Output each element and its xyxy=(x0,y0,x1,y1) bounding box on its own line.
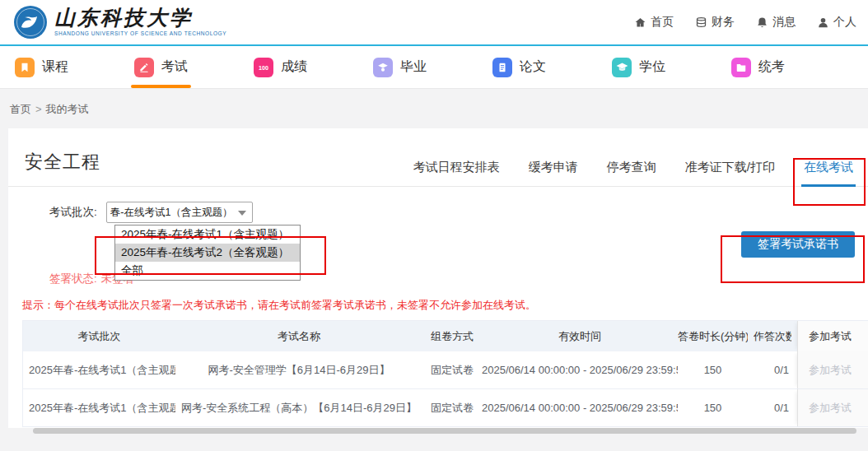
exam-table: 考试批次 考试名称 组卷方式 有效时间 答卷时长(分钟) 作答次数 参加考试 2… xyxy=(22,320,868,427)
panel-header: 安全工程 考试日程安排表 缓考申请 停考查询 准考证下载/打印 在线考试 xyxy=(8,128,868,187)
university-name-cn: 山东科技大学 xyxy=(54,7,226,29)
university-name-en: SHANDONG UNIVERSITY OF SCIENCE AND TECHN… xyxy=(54,31,226,37)
nav-home[interactable]: 首页 xyxy=(634,15,674,30)
nav-finance[interactable]: 财务 xyxy=(695,15,735,30)
cell-exam-name: 网考-安全管理学【6月14日-6月29日】 xyxy=(175,363,422,378)
join-exam-link[interactable]: 参加考试 xyxy=(809,401,852,416)
score-100-icon: 100 xyxy=(254,58,273,77)
breadcrumb-separator: > xyxy=(35,103,42,115)
unified-exam-folder-icon xyxy=(731,58,751,77)
degree-cap-icon xyxy=(612,58,632,77)
exam-panel: 安全工程 考试日程安排表 缓考申请 停考查询 准考证下载/打印 在线考试 考试批… xyxy=(8,128,868,428)
col-header-name: 考试名称 xyxy=(175,329,422,344)
table-row: 2025年春-在线考试1（含主观题） 网考-安全管理学【6月14日-6月29日】… xyxy=(23,351,868,389)
main-nav: 课程 考试 100 成绩 毕业 xyxy=(0,46,868,89)
batch-option-1[interactable]: 2025年春-在线考试1（含主观题） xyxy=(115,226,300,244)
nav-profile-label: 个人 xyxy=(833,15,856,30)
app-window: 山东科技大学 SHANDONG UNIVERSITY OF SCIENCE AN… xyxy=(0,0,868,451)
join-exam-link[interactable]: 参加考试 xyxy=(809,363,852,378)
batch-select-value: 春-在线考试1（含主观题） xyxy=(107,202,252,222)
tab-thesis[interactable]: 论文 xyxy=(492,46,612,88)
top-right-nav: 首页 财务 消息 个人 xyxy=(634,15,856,30)
cell-valid-time: 2025/06/14 00:00:00 - 2025/06/29 23:59:5… xyxy=(482,402,678,414)
subtab-admission-ticket[interactable]: 准考证下载/打印 xyxy=(685,160,775,186)
col-header-action: 参加考试 xyxy=(797,321,868,351)
tab-exams-label: 考试 xyxy=(161,58,188,76)
page-title: 安全工程 xyxy=(25,150,100,174)
tab-thesis-label: 论文 xyxy=(520,58,546,76)
batch-filter-row: 考试批次: 春-在线考试1（含主观题） xyxy=(49,202,868,223)
user-icon xyxy=(817,16,829,29)
col-header-method: 组卷方式 xyxy=(422,329,482,344)
sign-status-label: 签署状态: xyxy=(49,272,97,285)
subtab-online-exam[interactable]: 在线考试 xyxy=(804,160,853,186)
tab-degree[interactable]: 学位 xyxy=(612,46,731,88)
university-logo: 山东科技大学 SHANDONG UNIVERSITY OF SCIENCE AN… xyxy=(13,5,226,40)
breadcrumb-current: 我的考试 xyxy=(46,103,89,115)
nav-home-label: 首页 xyxy=(651,15,674,30)
chevron-down-icon xyxy=(238,211,246,216)
breadcrumb-home[interactable]: 首页 xyxy=(10,103,31,115)
col-header-valid-time: 有效时间 xyxy=(482,329,678,344)
batch-option-2[interactable]: 2025年春-在线考试2（全客观题） xyxy=(115,244,300,262)
cell-duration: 150 xyxy=(678,402,748,414)
cell-valid-time: 2025/06/14 00:00:00 - 2025/06/29 23:59:5… xyxy=(482,364,678,376)
thesis-paper-icon xyxy=(492,58,512,77)
breadcrumb: 首页>我的考试 xyxy=(0,89,868,117)
tab-exams[interactable]: 考试 xyxy=(134,46,254,88)
cell-duration: 150 xyxy=(678,364,748,376)
subtab-suspended-exam[interactable]: 停考查询 xyxy=(607,160,656,186)
cell-batch: 2025年春-在线考试1（含主观题） xyxy=(23,401,175,416)
cell-exam-name: 网考-安全系统工程（高本）【6月14日-6月29日】 xyxy=(175,401,422,416)
top-bar: 山东科技大学 SHANDONG UNIVERSITY OF SCIENCE AN… xyxy=(0,0,868,44)
bell-icon xyxy=(756,16,768,29)
nav-finance-label: 财务 xyxy=(712,15,735,30)
cell-attempts: 0/1 xyxy=(748,402,797,414)
cell-method: 固定试卷 xyxy=(422,363,482,378)
hint-text: 提示：每个在线考试批次只签署一次考试承诺书，请在考试前签署考试承诺书，未签署不允… xyxy=(22,298,536,313)
batch-select[interactable]: 春-在线考试1（含主观题） xyxy=(106,202,253,223)
content-area: 首页>我的考试 安全工程 考试日程安排表 缓考申请 停考查询 准考证下载/打印 … xyxy=(0,89,868,451)
col-header-duration: 答卷时长(分钟) xyxy=(678,329,748,344)
home-icon xyxy=(634,16,646,29)
tab-grades[interactable]: 100 成绩 xyxy=(254,46,373,88)
subtab-exam-schedule[interactable]: 考试日程安排表 xyxy=(413,160,500,186)
tab-graduation[interactable]: 毕业 xyxy=(373,46,492,88)
sign-commitment-button[interactable]: 签署考试承诺书 xyxy=(741,231,855,258)
table-header-row: 考试批次 考试名称 组卷方式 有效时间 答卷时长(分钟) 作答次数 参加考试 xyxy=(23,321,868,351)
nav-profile[interactable]: 个人 xyxy=(817,15,856,30)
batch-dropdown-list: 2025年春-在线考试1（含主观题） 2025年春-在线考试2（全客观题） 全部 xyxy=(114,225,301,281)
tab-grades-label: 成绩 xyxy=(281,58,307,76)
cell-method: 固定试卷 xyxy=(422,401,482,416)
cell-batch: 2025年春-在线考试1（含主观题） xyxy=(23,363,175,378)
col-header-attempts: 作答次数 xyxy=(754,329,791,344)
cell-attempts: 0/1 xyxy=(748,364,797,376)
tab-degree-label: 学位 xyxy=(639,58,665,76)
tab-unified-exam-label: 统考 xyxy=(758,58,785,76)
batch-option-all[interactable]: 全部 xyxy=(115,262,300,280)
table-row: 2025年春-在线考试1（含主观题） 网考-安全系统工程（高本）【6月14日-6… xyxy=(23,389,868,427)
tab-unified-exam[interactable]: 统考 xyxy=(731,46,851,88)
tab-graduation-label: 毕业 xyxy=(400,58,427,76)
nav-messages-label: 消息 xyxy=(772,15,796,30)
col-header-batch: 考试批次 xyxy=(23,329,175,344)
subtab-deferred-exam[interactable]: 缓考申请 xyxy=(529,160,578,186)
horizontal-scrollbar[interactable] xyxy=(33,428,856,434)
exam-subtabs: 考试日程安排表 缓考申请 停考查询 准考证下载/打印 在线考试 xyxy=(413,160,853,186)
university-emblem-icon xyxy=(13,5,48,40)
exam-pencil-icon xyxy=(134,58,154,77)
nav-messages[interactable]: 消息 xyxy=(756,15,796,30)
finance-icon xyxy=(695,16,707,29)
graduation-icon xyxy=(373,58,393,77)
batch-filter-label: 考试批次: xyxy=(49,205,97,220)
tab-courses[interactable]: 课程 xyxy=(15,46,134,88)
tab-courses-label: 课程 xyxy=(42,58,68,76)
svg-text:100: 100 xyxy=(259,64,268,71)
course-book-icon xyxy=(15,58,35,77)
